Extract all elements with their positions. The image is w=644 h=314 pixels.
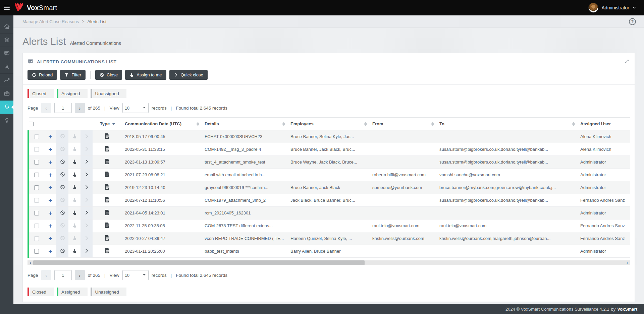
table-row[interactable]: + 2023-01-11 20:25:00 babb_test_intents … [28,245,630,258]
close-alert-icon[interactable] [60,185,65,190]
sidebar-item-analytics[interactable] [0,74,13,87]
sidebar-item-users[interactable] [0,60,13,74]
row-checkbox[interactable] [34,249,39,254]
assign-icon[interactable] [72,146,77,151]
scroll-right-icon[interactable]: › [625,260,630,265]
assign-icon[interactable] [72,134,77,139]
table-row[interactable]: + 2019-12-23 10:14:40 graysoul 990000019… [28,181,630,194]
assign-icon[interactable] [72,185,77,190]
close-button[interactable]: Close [95,70,122,80]
open-alert-icon[interactable] [84,159,89,164]
page-number-input[interactable] [54,103,72,113]
open-alert-icon[interactable] [84,146,89,151]
column-header-to[interactable]: To [437,118,578,130]
open-alert-icon[interactable] [84,134,89,139]
assign-icon[interactable] [72,197,77,202]
add-icon[interactable]: + [48,197,52,203]
close-alert-icon[interactable] [60,248,65,253]
open-alert-icon[interactable] [84,248,89,253]
table-row[interactable]: + 2022-11-25 09:35:05 COM-2678 TEST diff… [28,219,630,232]
scroll-left-icon[interactable]: ‹ [28,260,33,265]
row-checkbox[interactable] [34,185,39,190]
scrollbar-thumb[interactable] [33,260,365,265]
sidebar-item-home[interactable] [0,20,13,34]
column-header-details[interactable]: Details [202,118,288,130]
add-icon[interactable]: + [48,223,52,229]
table-row[interactable]: + 2022-10-27 04:39:47 vcon REPO TRADE CO… [28,232,630,245]
assign-icon[interactable] [72,159,77,164]
assign-icon[interactable] [72,223,77,228]
assign-icon[interactable] [72,210,77,215]
sidebar-item-layers[interactable] [0,34,13,47]
add-icon[interactable]: + [48,146,52,152]
open-alert-icon[interactable] [84,185,89,190]
table-row[interactable]: + 2023-01-13 13:09:57 test_4_attachemnt_… [28,156,630,169]
row-checkbox[interactable] [34,160,39,165]
assign-icon[interactable] [72,172,77,177]
add-icon[interactable]: + [48,235,52,242]
close-alert-icon[interactable] [60,210,65,215]
expand-panel-icon[interactable] [625,59,629,65]
row-checkbox[interactable] [34,198,39,203]
open-alert-icon[interactable] [84,172,89,177]
close-alert-icon[interactable] [60,223,65,228]
row-checkbox[interactable] [34,147,39,152]
open-alert-icon[interactable] [84,197,89,202]
details: FCHAT-0x000000SURVCH23 [202,130,288,143]
column-header-assigned-user[interactable]: Assigned User [578,118,630,130]
sidebar-item-cases[interactable] [0,87,13,101]
row-checkbox[interactable] [34,134,39,139]
assign-icon[interactable] [72,236,77,241]
prev-page-button[interactable]: ‹ [41,103,51,113]
close-alert-icon[interactable] [60,197,65,202]
sidebar-item-messages[interactable] [0,47,13,60]
user-menu[interactable]: Administrator [588,3,644,13]
open-alert-icon[interactable] [84,223,89,228]
open-alert-icon[interactable] [84,210,89,215]
page-size-select[interactable]: 10 [122,103,149,113]
sidebar-item-alerts[interactable] [0,101,13,114]
next-page-button[interactable]: › [75,103,85,113]
table-row[interactable]: + 2022-07-12 11:10:56 COM-1879_attachmen… [28,194,630,207]
row-checkbox[interactable] [34,173,39,177]
close-alert-icon[interactable] [60,134,65,139]
add-icon[interactable]: + [48,133,52,140]
column-header-employees[interactable]: Employees [288,118,370,130]
close-alert-icon[interactable] [60,236,65,241]
help-icon[interactable]: ? [629,18,636,25]
select-all-checkbox[interactable] [29,122,34,126]
table-row[interactable]: + 2021-07-23 08:08:21 email with email a… [28,169,630,181]
add-icon[interactable]: + [48,159,52,165]
add-icon[interactable]: + [48,210,52,216]
row-checkbox[interactable] [34,236,39,241]
page-number-input[interactable] [54,270,72,280]
next-page-button[interactable]: › [75,270,85,280]
prev-page-button[interactable]: ‹ [41,270,51,280]
table-row[interactable]: + 2018-05-17 09:00:45 FCHAT-0x000000SURV… [28,130,630,143]
close-alert-icon[interactable] [60,159,65,164]
sidebar-item-insights[interactable] [0,114,13,127]
table-row[interactable]: + 2021-04-05 14:23:01 rcm_20210405_16230… [28,207,630,219]
table-row[interactable]: + 2022-05-31 11:33:15 COM-1492__msg_3_pa… [28,143,630,156]
add-icon[interactable]: + [48,248,52,254]
row-checkbox[interactable] [34,211,39,215]
column-header-date[interactable]: Communication Date (UTC) [122,118,202,130]
add-icon[interactable]: + [48,184,52,191]
column-header-type[interactable]: Type [93,118,122,130]
horizontal-scrollbar[interactable]: ‹ › [28,260,630,265]
filter-button[interactable]: Filter [60,70,86,80]
breadcrumb-parent-link[interactable]: Manage Alert Close Reasons [22,19,79,24]
add-icon[interactable]: + [48,172,52,178]
open-alert-icon[interactable] [84,236,89,241]
reload-button[interactable]: Reload [28,70,57,80]
close-alert-icon[interactable] [60,172,65,177]
column-header-from[interactable]: From [370,118,437,130]
menu-toggle-icon[interactable] [0,0,13,15]
assign-to-me-button[interactable]: Assign to me [125,70,166,80]
close-alert-icon[interactable] [60,146,65,151]
row-checkbox[interactable] [34,224,39,228]
page-size-select[interactable]: 10 [122,270,149,280]
quick-close-button[interactable]: Quick close [169,70,208,80]
of-pages-label: of 265 [88,273,101,278]
assign-icon[interactable] [72,248,77,253]
